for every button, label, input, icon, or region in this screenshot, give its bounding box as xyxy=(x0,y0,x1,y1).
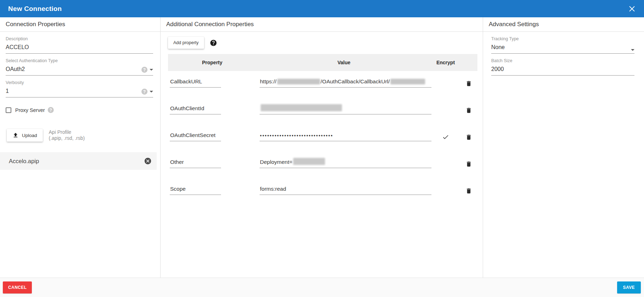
auth-type-field: Select Authentication Type OAuth2 ? xyxy=(6,58,153,76)
redacted-value xyxy=(261,104,342,111)
delete-button[interactable] xyxy=(465,134,472,141)
verbosity-select[interactable]: 1 ? xyxy=(6,85,153,97)
trash-icon xyxy=(465,134,472,141)
advanced-settings-title: Advanced Settings xyxy=(483,17,644,32)
batch-size-label: Batch Size xyxy=(491,58,634,64)
help-icon[interactable]: ? xyxy=(141,67,147,73)
advanced-settings-panel: Advanced Settings Tracking Type None Bat… xyxy=(483,17,644,278)
description-field: Description ACCELO xyxy=(6,36,153,54)
auth-type-select[interactable]: OAuth2 ? xyxy=(6,64,153,76)
property-row: OAuthClientSecret ••••••••••••••••••••••… xyxy=(168,125,477,152)
help-icon[interactable]: ? xyxy=(48,107,54,113)
verbosity-field: Verbosity 1 ? xyxy=(6,80,153,97)
properties-table-header: Property Value Encrypt xyxy=(168,54,477,71)
property-row: Scope forms:read xyxy=(168,178,477,205)
additional-properties-panel: Additional Connection Properties Add pro… xyxy=(161,17,483,278)
proxy-server-checkbox[interactable] xyxy=(6,107,11,113)
property-name-input[interactable]: OAuthClientId xyxy=(170,105,221,114)
uploaded-file-name: Accelo.apip xyxy=(9,158,39,165)
uploaded-file-row: Accelo.apip xyxy=(0,152,157,170)
proxy-server-label: Proxy Server xyxy=(15,107,45,113)
tracking-type-label: Tracking Type xyxy=(491,36,634,42)
redacted-value xyxy=(277,79,320,84)
arrow-drop-down-icon xyxy=(631,49,634,51)
property-name-input[interactable]: CallbackURL xyxy=(170,78,221,88)
help-icon[interactable]: ? xyxy=(141,89,147,95)
arrow-drop-down-icon xyxy=(150,69,153,71)
trash-icon xyxy=(465,80,472,87)
save-button[interactable]: SAVE xyxy=(617,281,641,293)
column-header-property: Property xyxy=(168,60,256,65)
trash-icon xyxy=(465,188,472,194)
property-row: Other Deployment= xyxy=(168,152,477,178)
property-value-input[interactable]: https:///OAuthCallback/CallbackUrl/ xyxy=(260,78,431,88)
dialog-footer: CANCEL SAVE xyxy=(0,278,644,297)
description-label: Description xyxy=(6,36,153,42)
dialog-title: New Connection xyxy=(8,5,62,13)
redacted-value xyxy=(293,158,325,165)
connection-properties-title: Connection Properties xyxy=(0,17,160,32)
help-button[interactable] xyxy=(210,39,217,47)
verbosity-label: Verbosity xyxy=(6,80,153,85)
add-property-button[interactable]: Add property xyxy=(168,37,204,49)
column-header-value: Value xyxy=(256,60,431,65)
column-header-encrypt: Encrypt xyxy=(431,60,460,65)
additional-properties-title: Additional Connection Properties xyxy=(161,17,483,32)
redacted-value xyxy=(390,79,425,84)
batch-size-field: Batch Size 2000 xyxy=(491,58,634,76)
check-icon xyxy=(442,133,449,141)
help-icon xyxy=(210,39,217,47)
auth-type-label: Select Authentication Type xyxy=(6,58,153,64)
delete-button[interactable] xyxy=(465,107,472,114)
new-connection-dialog: New Connection Connection Properties Des… xyxy=(0,0,644,297)
batch-size-input[interactable]: 2000 xyxy=(491,64,634,76)
property-row: CallbackURL https:///OAuthCallback/Callb… xyxy=(168,71,477,98)
property-name-input[interactable]: OAuthClientSecret xyxy=(170,132,221,141)
cancel-button[interactable]: CANCEL xyxy=(3,281,32,293)
property-row: OAuthClientId xyxy=(168,98,477,125)
delete-button[interactable] xyxy=(465,80,472,87)
property-name-input[interactable]: Other xyxy=(170,159,221,168)
encrypted-toggle[interactable] xyxy=(442,133,449,141)
property-value-input[interactable]: forms:read xyxy=(260,186,431,195)
remove-file-icon[interactable] xyxy=(144,157,152,165)
tracking-type-select[interactable]: None xyxy=(491,42,634,54)
connection-properties-panel: Connection Properties Description ACCELO… xyxy=(0,17,161,278)
close-button[interactable] xyxy=(628,5,636,13)
description-input[interactable]: ACCELO xyxy=(6,42,153,54)
property-value-input[interactable]: •••••••••••••••••••••••••••••• xyxy=(260,133,431,141)
properties-table: Property Value Encrypt CallbackURL https… xyxy=(168,54,477,205)
delete-button[interactable] xyxy=(465,161,472,167)
trash-icon xyxy=(465,107,472,114)
property-value-input[interactable] xyxy=(260,104,431,114)
dialog-titlebar: New Connection xyxy=(0,0,644,17)
arrow-drop-down-icon xyxy=(150,91,153,93)
upload-button[interactable]: Upload xyxy=(7,129,43,142)
api-profile-caption: Api Profile (.apip, .rsd, .rsb) xyxy=(49,129,85,141)
trash-icon xyxy=(465,161,472,167)
upload-icon xyxy=(12,132,19,138)
delete-button[interactable] xyxy=(465,188,472,194)
property-name-input[interactable]: Scope xyxy=(170,186,221,195)
property-value-input[interactable]: Deployment= xyxy=(260,158,431,168)
close-icon xyxy=(629,6,635,12)
tracking-type-field: Tracking Type None xyxy=(491,36,634,54)
